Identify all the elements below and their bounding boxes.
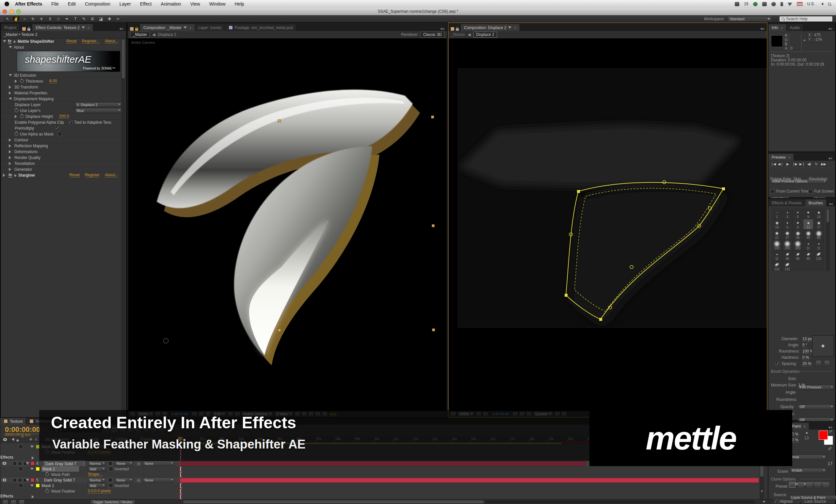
property-checkbox[interactable]: ✓ [68, 120, 73, 124]
close-tab-icon[interactable]: × [189, 26, 191, 30]
property-checkbox[interactable] [58, 132, 62, 136]
tab-composition-displace2[interactable]: Composition: Displace 2× [461, 24, 520, 31]
first-frame-button[interactable]: ❘◀ [770, 161, 777, 167]
ram-preview-button[interactable]: ▶▶ [820, 161, 827, 167]
brush-cell[interactable]: 300 [793, 240, 803, 250]
expand-layers-icon[interactable] [3, 500, 8, 504]
brush-cell[interactable]: 13 [814, 209, 824, 219]
panel-menu-icon[interactable]: ▾≡ [826, 202, 836, 206]
twirl-icon[interactable] [3, 174, 7, 177]
effect-row[interactable]: Reflection Mapping [1, 143, 126, 149]
effect-row[interactable]: Thickness6.00 [1, 78, 126, 84]
twirl-icon[interactable] [26, 479, 29, 483]
roundness-value[interactable]: 100 % [802, 349, 814, 354]
selection-handle[interactable] [431, 116, 434, 118]
menu-item-layer[interactable]: Layer [119, 1, 131, 6]
effect-row[interactable]: Deformations [1, 149, 126, 155]
close-tab-icon[interactable]: × [514, 26, 516, 30]
brush-cell[interactable]: 131 [772, 261, 782, 271]
parent-select[interactable]: None [143, 461, 174, 466]
lock-icon[interactable] [27, 28, 31, 31]
effect-row[interactable]: Displace Layer9. Displace 2 [1, 102, 126, 108]
twirl-icon[interactable] [9, 156, 13, 159]
inverted-checkbox[interactable] [109, 483, 113, 488]
label-swatch[interactable] [31, 478, 35, 482]
crumb-displace2[interactable]: Displace 2 [474, 32, 497, 38]
switch-box[interactable] [13, 478, 17, 482]
brush-cell[interactable]: 11 [803, 240, 814, 250]
property-checkbox[interactable]: ✓ [55, 126, 59, 130]
toggle-switches-modes-button[interactable]: Toggle Switches / Modes [90, 500, 135, 504]
foreground-color-swatch[interactable] [819, 430, 828, 440]
brush-scrollbar[interactable] [826, 209, 830, 271]
parent-select[interactable]: None [143, 478, 174, 482]
twirl-icon[interactable] [9, 150, 13, 153]
tab-brushes[interactable]: Brushes [805, 199, 826, 206]
track-z-camera-tool[interactable]: ⇕ [46, 16, 54, 22]
twirl-icon[interactable] [26, 462, 29, 466]
brush-cell[interactable]: 131 [782, 261, 793, 271]
panel-menu-icon[interactable]: ▾≡ [438, 27, 447, 31]
twirl-icon[interactable] [32, 456, 36, 460]
brush-cell[interactable]: 11 [814, 240, 824, 250]
tab-audio[interactable]: Audio [786, 24, 803, 31]
brush-cell[interactable]: 5 [793, 209, 803, 219]
brush-cell[interactable]: 13 [803, 219, 814, 230]
close-tab-icon[interactable]: × [88, 26, 90, 30]
eyedropper-icon[interactable]: ✐ [828, 446, 832, 452]
switch-box[interactable] [19, 467, 23, 471]
property-value[interactable]: 200.0 [59, 114, 69, 119]
twirl-icon[interactable] [15, 80, 19, 83]
brush-cell[interactable]: 131 [814, 250, 824, 261]
tab-dropdown-icon[interactable] [508, 26, 511, 31]
panel-menu-icon[interactable]: ▾≡ [758, 27, 767, 31]
spacing-checkbox[interactable]: ✓ [776, 362, 780, 366]
layer-duration-bar[interactable] [180, 478, 759, 483]
twirl-icon[interactable] [9, 168, 13, 171]
effect-link[interactable]: About... [105, 173, 118, 178]
twirl-icon[interactable] [32, 495, 36, 499]
clone-stamp-tool[interactable]: ✇ [89, 16, 96, 22]
menu-item-help[interactable]: Help [235, 1, 244, 6]
menu-item-effect[interactable]: Effect [140, 1, 152, 6]
switch-box[interactable] [18, 478, 22, 482]
workspace-select[interactable]: Standard [727, 16, 772, 22]
input-locale[interactable]: U.S. [807, 2, 815, 6]
twirl-icon[interactable] [31, 484, 34, 488]
effect-link[interactable]: About... [105, 39, 118, 44]
crumb-displace2[interactable]: Displace 2 [158, 32, 176, 37]
mask-swatch[interactable] [36, 467, 40, 471]
brush-cell[interactable]: 65 [814, 230, 824, 240]
stopwatch-icon[interactable] [20, 115, 24, 118]
eraser-tool[interactable]: ◪ [97, 16, 105, 22]
angle-value[interactable]: 0 ° [802, 343, 807, 348]
menu-item-window[interactable]: Window [209, 1, 226, 6]
property-value[interactable]: Shape... [88, 472, 102, 477]
tab-layer-none-[interactable]: Layer: (none) [195, 24, 225, 31]
brush-cell[interactable]: 45 [803, 250, 814, 261]
clone-preset-2[interactable] [798, 482, 804, 487]
type-tool[interactable]: T [72, 16, 79, 22]
twirl-icon[interactable] [9, 138, 13, 142]
property-select[interactable]: Blue [75, 108, 121, 113]
help-search-input[interactable]: Search Help [779, 16, 833, 22]
effect-row[interactable]: About [1, 44, 126, 50]
twirl-icon[interactable] [3, 40, 6, 44]
tab-project[interactable]: Project [1, 24, 20, 31]
effect-row[interactable]: 3D Transform [1, 84, 126, 90]
play-button[interactable]: ▶ [784, 161, 791, 167]
brush-cell[interactable]: 11 [772, 250, 782, 261]
input-flag-icon[interactable] [797, 2, 803, 6]
brush-cell[interactable]: 9 [803, 209, 814, 219]
tab-dropdown-icon[interactable] [184, 26, 187, 31]
property-value[interactable]: 0.0,0.0 pixels [88, 489, 111, 493]
roto-brush-tool[interactable]: ✑ [114, 16, 122, 22]
min-size-value[interactable]: 1 % [798, 383, 805, 388]
pen-tool[interactable]: ✒ [63, 16, 71, 22]
trkmat-select[interactable]: None [115, 461, 133, 466]
brush-cell[interactable]: 45 [793, 250, 803, 261]
timeline-tab-texture[interactable]: Texture [0, 418, 26, 425]
panel-menu-icon[interactable]: ▾≡ [826, 27, 835, 31]
timeline-hscroll-track[interactable] [485, 500, 755, 503]
video-switch[interactable] [2, 479, 6, 482]
